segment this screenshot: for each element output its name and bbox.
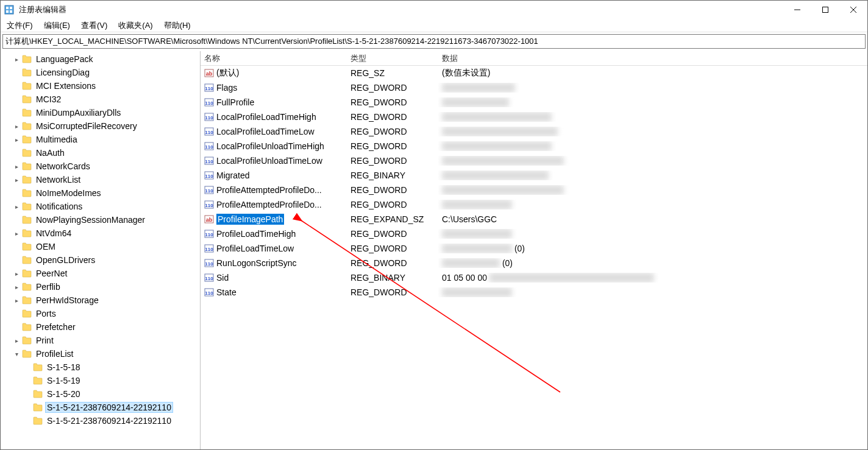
binary-value-icon: 110 — [204, 200, 214, 209]
value-name: RunLogonScriptSync — [216, 258, 297, 268]
value-row[interactable]: 110LocalProfileLoadTimeHighREG_DWORD — [201, 110, 867, 124]
column-name[interactable]: 名称 — [201, 53, 347, 64]
tree-item-label: NtVdm64 — [34, 228, 73, 239]
value-name-cell: 110FullProfile — [201, 97, 347, 107]
chevron-right-icon[interactable]: ▸ — [12, 270, 21, 277]
tree-item-label: PerHwIdStorage — [34, 295, 101, 306]
value-row[interactable]: 110ProfileAttemptedProfileDo...REG_DWORD — [201, 197, 867, 212]
tree-item[interactable]: ▸NaAuth — [1, 146, 200, 160]
tree-item[interactable]: ▸NowPlayingSessionManager — [1, 213, 200, 227]
tree-item[interactable]: ▸PeerNet — [1, 267, 200, 280]
tree-item[interactable]: ▸S-1-5-19 — [1, 374, 200, 387]
tree-item[interactable]: ▸OpenGLDrivers — [1, 253, 200, 267]
chevron-right-icon[interactable]: ▸ — [12, 177, 21, 183]
address-bar[interactable]: 计算机\HKEY_LOCAL_MACHINE\SOFTWARE\Microsof… — [2, 34, 866, 49]
tree-item[interactable]: ▸Multimedia — [1, 133, 200, 146]
column-data[interactable]: 数据 — [438, 53, 867, 64]
column-type[interactable]: 类型 — [347, 53, 438, 64]
chevron-right-icon[interactable]: ▸ — [12, 123, 21, 130]
key-tree: ▸LanguagePack▸LicensingDiag▸MCI Extensio… — [1, 51, 200, 429]
svg-text:110: 110 — [205, 86, 213, 91]
tree-item[interactable]: ▸Ports — [1, 307, 200, 320]
value-name-cell: 110Migrated — [201, 171, 347, 180]
tree-item[interactable]: ▸S-1-5-21-2387609214-22192110 — [1, 401, 200, 414]
chevron-down-icon[interactable]: ▾ — [12, 351, 21, 357]
tree-item[interactable]: ▸MiniDumpAuxiliaryDlls — [1, 106, 200, 119]
tree-item[interactable]: ▾ProfileList — [1, 347, 200, 360]
tree-scroll[interactable]: ▸LanguagePack▸LicensingDiag▸MCI Extensio… — [1, 51, 200, 449]
value-row[interactable]: 110RunLogonScriptSyncREG_DWORD (0) — [201, 256, 867, 270]
tree-item[interactable]: ▸S-1-5-21-2387609214-22192110 — [1, 414, 200, 427]
binary-value-icon: 110 — [204, 258, 214, 268]
value-row[interactable]: 110ProfileLoadTimeHighREG_DWORD — [201, 227, 867, 241]
menu-favorites[interactable]: 收藏夹(A) — [116, 20, 155, 31]
tree-item[interactable]: ▸NtVdm64 — [1, 227, 200, 240]
value-type: REG_DWORD — [347, 200, 438, 209]
value-row[interactable]: 110LocalProfileLoadTimeLowREG_DWORD — [201, 124, 867, 139]
value-type: REG_DWORD — [347, 185, 438, 195]
tree-item[interactable]: ▸LicensingDiag — [1, 66, 200, 79]
folder-icon — [21, 336, 32, 345]
value-row[interactable]: 110ProfileAttemptedProfileDo...REG_DWORD — [201, 183, 867, 197]
folder-icon — [21, 229, 32, 237]
menu-view[interactable]: 查看(V) — [79, 20, 110, 31]
chevron-right-icon[interactable]: ▸ — [12, 297, 21, 304]
tree-item[interactable]: ▸NetworkCards — [1, 160, 200, 173]
menu-edit[interactable]: 编辑(E) — [41, 20, 73, 31]
chevron-right-icon[interactable]: ▸ — [12, 163, 21, 170]
value-row[interactable]: 110LocalProfileUnloadTimeHighREG_DWORD — [201, 139, 867, 153]
address-text: 计算机\HKEY_LOCAL_MACHINE\SOFTWARE\Microsof… — [5, 36, 538, 47]
menu-file[interactable]: 文件(F) — [4, 20, 35, 31]
value-row[interactable]: 110SidREG_BINARY01 05 00 00 — [201, 270, 867, 285]
tree-item[interactable]: ▸MsiCorruptedFileRecovery — [1, 119, 200, 133]
value-row[interactable]: 110LocalProfileUnloadTimeLowREG_DWORD — [201, 153, 867, 168]
menu-help[interactable]: 帮助(H) — [162, 20, 193, 31]
binary-value-icon: 110 — [204, 112, 214, 122]
tree-item[interactable]: ▸MCI32 — [1, 93, 200, 106]
chevron-right-icon[interactable]: ▸ — [12, 337, 21, 344]
value-row[interactable]: 110ProfileLoadTimeLowREG_DWORD (0) — [201, 241, 867, 256]
chevron-right-icon[interactable]: ▸ — [12, 56, 21, 63]
tree-item[interactable]: ▸S-1-5-18 — [1, 360, 200, 374]
string-value-icon: ab — [204, 68, 214, 78]
tree-item[interactable]: ▸Prefetcher — [1, 320, 200, 334]
tree-item[interactable]: ▸PerHwIdStorage — [1, 294, 200, 307]
close-button[interactable] — [839, 1, 867, 19]
value-row[interactable]: 110FlagsREG_DWORD — [201, 80, 867, 95]
tree-item[interactable]: ▸OEM — [1, 240, 200, 253]
tree-item[interactable]: ▸NoImeModeImes — [1, 186, 200, 200]
chevron-right-icon[interactable]: ▸ — [12, 284, 21, 290]
tree-item-label: MiniDumpAuxiliaryDlls — [34, 107, 123, 118]
maximize-button[interactable] — [811, 1, 839, 19]
value-row[interactable]: abProfileImagePathREG_EXPAND_SZC:\Users\… — [201, 212, 867, 227]
value-row[interactable]: ab(默认)REG_SZ(数值未设置) — [201, 66, 867, 80]
value-name-cell: 110LocalProfileLoadTimeLow — [201, 127, 347, 136]
value-row[interactable]: 110FullProfileREG_DWORD — [201, 95, 867, 110]
binary-value-icon: 110 — [204, 97, 214, 107]
chevron-right-icon[interactable]: ▸ — [12, 203, 21, 210]
minimize-button[interactable] — [783, 1, 811, 19]
tree-item[interactable]: ▸Print — [1, 334, 200, 347]
tree-item[interactable]: ▸LanguagePack — [1, 52, 200, 66]
binary-value-icon: 110 — [204, 287, 214, 297]
binary-value-icon: 110 — [204, 156, 214, 166]
svg-text:110: 110 — [205, 130, 213, 135]
folder-icon — [21, 162, 32, 171]
value-row[interactable]: 110MigratedREG_BINARY — [201, 168, 867, 183]
tree-item[interactable]: ▸NetworkList — [1, 173, 200, 186]
tree-item[interactable]: ▸Notifications — [1, 200, 200, 213]
tree-item[interactable]: ▸S-1-5-20 — [1, 387, 200, 401]
svg-text:110: 110 — [205, 188, 213, 194]
chevron-right-icon[interactable]: ▸ — [12, 230, 21, 237]
folder-icon — [21, 135, 32, 144]
tree-item[interactable]: ▸Perflib — [1, 280, 200, 294]
value-name: (默认) — [216, 68, 239, 79]
svg-text:ab: ab — [206, 217, 213, 223]
value-name-cell: 110ProfileAttemptedProfileDo... — [201, 200, 347, 209]
chevron-right-icon[interactable]: ▸ — [12, 136, 21, 143]
value-row[interactable]: 110StateREG_DWORD — [201, 285, 867, 300]
binary-value-icon: 110 — [204, 185, 214, 195]
value-name-cell: 110ProfileLoadTimeHigh — [201, 229, 347, 239]
tree-item[interactable]: ▸MCI Extensions — [1, 79, 200, 93]
tree-item-label: ProfileList — [34, 348, 75, 359]
